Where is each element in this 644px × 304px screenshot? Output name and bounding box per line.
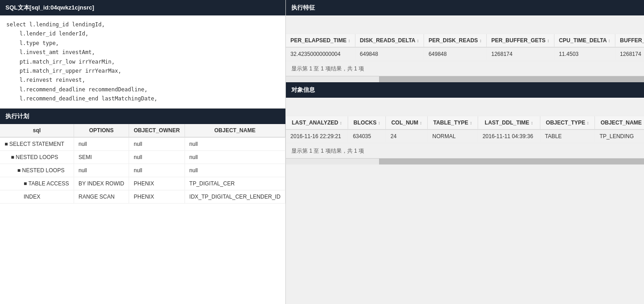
list-item: 1268174 bbox=[486, 47, 554, 61]
object-info-search-bar bbox=[286, 98, 644, 116]
col-cpu_time_delta[interactable]: CPU_TIME_DELTA ↕ bbox=[554, 34, 615, 47]
list-item: 24 bbox=[386, 130, 428, 143]
col-object_name[interactable]: OBJECT_NAME ↕ bbox=[595, 116, 644, 130]
list-item: 11.4503 bbox=[554, 47, 615, 61]
exec-options-cell: RANGE SCAN bbox=[74, 190, 129, 203]
col-per_elapsed_time[interactable]: PER_ELAPSED_TIME ↕ bbox=[286, 34, 355, 47]
exec-plan-header: 执行计划 bbox=[0, 109, 285, 124]
col-col_num[interactable]: COL_NUM ↕ bbox=[386, 116, 428, 130]
exec-features-table-container: PER_ELAPSED_TIME ↕DISK_READS_DELTA ↕PER_… bbox=[286, 34, 644, 61]
object-info-pagination: 显示第 1 至 1 项结果，共 1 项 页 1 bbox=[286, 143, 644, 158]
col-name[interactable]: OBJECT_NAME bbox=[185, 124, 285, 137]
exec-plan-table-container: sql OPTIONS OBJECT_OWNER OBJECT_NAME ■ S… bbox=[0, 124, 285, 204]
object-info-table: LAST_ANALYZED ↕BLOCKS ↕COL_NUM ↕TABLE_TY… bbox=[286, 116, 644, 143]
list-item: 2016-11-16 22:29:21 bbox=[286, 130, 348, 143]
col-blocks[interactable]: BLOCKS ↕ bbox=[348, 116, 386, 130]
list-item: 1268174 bbox=[615, 47, 644, 61]
list-item: 2016-11-11 04:39:36 bbox=[478, 130, 540, 143]
list-item: TP_LENDING bbox=[595, 130, 644, 143]
col-disk_reads_delta[interactable]: DISK_READS_DELTA ↕ bbox=[355, 34, 424, 47]
exec-sql-cell: ■ SELECT STATEMENT bbox=[0, 137, 74, 151]
exec-options-cell: SEMI bbox=[74, 150, 129, 164]
exec-name-cell: IDX_TP_DIGITAL_CER_LENDER_ID bbox=[185, 190, 285, 203]
object-info-header: 对象信息 bbox=[286, 82, 644, 98]
table-row: 32.42350000000004649848649848126817411.4… bbox=[286, 47, 644, 61]
object-info-scrollbar[interactable] bbox=[286, 158, 644, 164]
exec-owner-cell: null bbox=[129, 164, 185, 177]
exec-sql-cell: ■ NESTED LOOPS bbox=[0, 150, 74, 164]
exec-features-scrollbar[interactable] bbox=[286, 76, 644, 82]
exec-options-cell: null bbox=[74, 164, 129, 177]
table-row: ■ NESTED LOOPS SEMI null null bbox=[0, 150, 285, 164]
exec-features-search-bar bbox=[286, 15, 644, 34]
exec-plan-table: sql OPTIONS OBJECT_OWNER OBJECT_NAME ■ S… bbox=[0, 124, 285, 204]
exec-features-pagination-text: 显示第 1 至 1 项结果，共 1 项 bbox=[291, 65, 364, 73]
col-sql[interactable]: sql bbox=[0, 124, 74, 137]
exec-options-cell: null bbox=[74, 137, 129, 151]
exec-features-header: 执行特征 bbox=[286, 0, 644, 15]
table-row: ■ SELECT STATEMENT null null null bbox=[0, 137, 285, 151]
col-per_buffer_gets[interactable]: PER_BUFFER_GETS ↕ bbox=[486, 34, 554, 47]
exec-options-cell: BY INDEX ROWID bbox=[74, 177, 129, 190]
exec-owner-cell: PHENIX bbox=[129, 177, 185, 190]
exec-sql-cell: INDEX bbox=[0, 190, 74, 203]
col-options[interactable]: OPTIONS bbox=[74, 124, 129, 137]
list-item: 649848 bbox=[424, 47, 486, 61]
table-row: ■ TABLE ACCESS BY INDEX ROWID PHENIX TP_… bbox=[0, 177, 285, 190]
col-buffer_gets_delta[interactable]: BUFFER_GETS_DELTA ↕ bbox=[615, 34, 644, 47]
exec-owner-cell: null bbox=[129, 137, 185, 151]
exec-owner-cell: null bbox=[129, 150, 185, 164]
object-info-pagination-text: 显示第 1 至 1 项结果，共 1 项 bbox=[291, 147, 364, 155]
exec-name-cell: null bbox=[185, 164, 285, 177]
exec-features-pagination: 显示第 1 至 1 项结果，共 1 项 页 1 bbox=[286, 61, 644, 76]
exec-sql-cell: ■ TABLE ACCESS bbox=[0, 177, 74, 190]
exec-features-table: PER_ELAPSED_TIME ↕DISK_READS_DELTA ↕PER_… bbox=[286, 34, 644, 61]
list-item: 649848 bbox=[355, 47, 424, 61]
object-info-table-container: LAST_ANALYZED ↕BLOCKS ↕COL_NUM ↕TABLE_TY… bbox=[286, 116, 644, 143]
object-info-scrollbar-thumb bbox=[379, 159, 644, 164]
col-object_type[interactable]: OBJECT_TYPE ↕ bbox=[540, 116, 594, 130]
list-item: TABLE bbox=[540, 130, 594, 143]
table-row: ■ NESTED LOOPS null null null bbox=[0, 164, 285, 177]
list-item: NORMAL bbox=[428, 130, 478, 143]
exec-name-cell: null bbox=[185, 137, 285, 151]
col-owner[interactable]: OBJECT_OWNER bbox=[129, 124, 185, 137]
list-item: 32.42350000000004 bbox=[286, 47, 355, 61]
list-item: 634035 bbox=[348, 130, 386, 143]
exec-name-cell: TP_DIGITAL_CER bbox=[185, 177, 285, 190]
sql-content: select l.lending_id lendingId, l.lender_… bbox=[0, 15, 285, 108]
exec-sql-cell: ■ NESTED LOOPS bbox=[0, 164, 74, 177]
table-row: 2016-11-16 22:29:2163403524NORMAL2016-11… bbox=[286, 130, 644, 143]
col-last_ddl_time[interactable]: LAST_DDL_TIME ↕ bbox=[478, 116, 540, 130]
table-row: INDEX RANGE SCAN PHENIX IDX_TP_DIGITAL_C… bbox=[0, 190, 285, 203]
sql-header: SQL文本[sql_id:04qwkz1cjnsrc] bbox=[0, 0, 285, 15]
col-per_disk_reads[interactable]: PER_DISK_READS ↕ bbox=[424, 34, 486, 47]
col-table_type[interactable]: TABLE_TYPE ↕ bbox=[428, 116, 478, 130]
exec-owner-cell: PHENIX bbox=[129, 190, 185, 203]
exec-features-scrollbar-thumb bbox=[379, 76, 644, 82]
exec-name-cell: null bbox=[185, 150, 285, 164]
col-last_analyzed[interactable]: LAST_ANALYZED ↕ bbox=[286, 116, 348, 130]
